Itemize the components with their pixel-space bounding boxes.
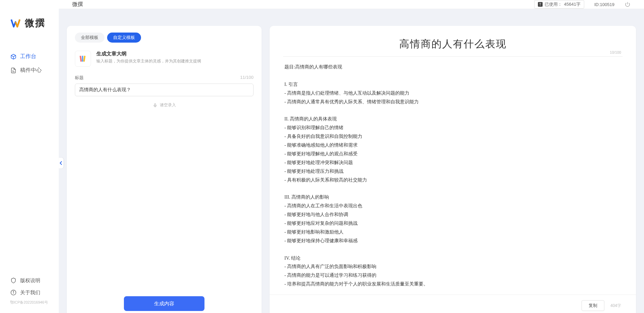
tab-custom-template[interactable]: 自定义模板 [107,33,141,43]
field-label: 标题 [75,75,84,81]
topbar: 微撰 T 已使用： 45641字 ID:100519 [59,0,644,9]
main-area: 微撰 T 已使用： 45641字 ID:100519 全部模板 自定义模板 [59,0,644,313]
sidebar-item-label: 工作台 [20,53,36,60]
card-title: 生成文章大纲 [96,51,201,57]
copy-button[interactable]: 复制 [582,300,604,311]
sidebar: 微撰 工作台 稿件中心 版权说明 [0,0,59,313]
card-description: 输入标题，为你提供文章主体的灵感，并为其创建推文提纲 [96,58,201,64]
sidebar-item-label: 稿件中心 [20,67,42,74]
output-header: 高情商的人有什么表现 10/100 [270,26,636,56]
cube-icon [10,53,17,60]
sidebar-item-label: 版权说明 [20,277,40,284]
config-panel: 全部模板 自定义模板 生成文章大纲 输入标题，为你提供文章主体的灵感，并为其创建… [67,26,262,313]
svg-rect-4 [80,56,82,62]
template-card: 生成文章大纲 输入标题，为你提供文章主体的灵感，并为其创建推文提纲 [67,43,262,75]
svg-rect-7 [154,103,156,106]
sidebar-item-label: 关于我们 [20,290,40,296]
usage-value: 45641字 [564,1,581,7]
title-input[interactable] [75,84,254,96]
output-char-count: 404字 [610,303,621,309]
svg-rect-6 [83,56,86,62]
mic-icon [152,103,158,108]
sidebar-collapse-handle[interactable] [59,158,63,168]
info-icon [10,289,17,296]
brand-logo: 微撰 [0,17,59,30]
shield-icon [10,277,17,284]
sidebar-nav: 工作台 稿件中心 [0,50,59,274]
sidebar-footer: 版权说明 关于我们 鄂ICP备2022016946号 [0,274,59,313]
output-top-count: 10/100 [610,50,621,54]
usage-prefix: 已使用： [545,1,562,7]
template-tabs: 全部模板 自定义模板 [67,26,262,43]
output-title: 高情商的人有什么表现 [283,37,623,51]
books-icon [75,51,91,67]
page-title: 微撰 [72,1,83,8]
logo-text: 微撰 [25,17,46,30]
logo-icon [10,17,22,29]
t-icon: T [538,2,543,7]
tab-all-templates[interactable]: 全部模板 [75,33,104,43]
field-char-count: 11/100 [240,75,254,81]
sidebar-item-drafts[interactable]: 稿件中心 [0,63,59,77]
power-icon[interactable] [625,1,631,7]
sidebar-item-about[interactable]: 关于我们 [0,286,59,299]
voice-input-hint[interactable]: 请空录入 [67,102,262,108]
generate-button[interactable]: 生成内容 [124,296,204,311]
sidebar-item-copyright[interactable]: 版权说明 [0,274,59,286]
document-icon [10,67,17,74]
svg-rect-5 [82,56,83,61]
output-panel: 高情商的人有什么表现 10/100 题目:高情商的人有哪些表现 I. 引言 - … [270,26,636,313]
usage-badge[interactable]: T 已使用： 45641字 [534,0,584,9]
user-id: ID:100519 [594,2,614,7]
sidebar-item-workspace[interactable]: 工作台 [0,50,59,63]
output-body: 题目:高情商的人有哪些表现 I. 引言 - 高情商是指人们处理情绪、与他人互动以… [270,57,636,295]
voice-hint-text: 请空录入 [160,102,176,108]
svg-point-2 [13,291,14,292]
title-field: 标题 11/100 [67,75,262,96]
output-footer: 复制 404字 [270,295,636,313]
icp-text: 鄂ICP备2022016946号 [0,299,59,306]
